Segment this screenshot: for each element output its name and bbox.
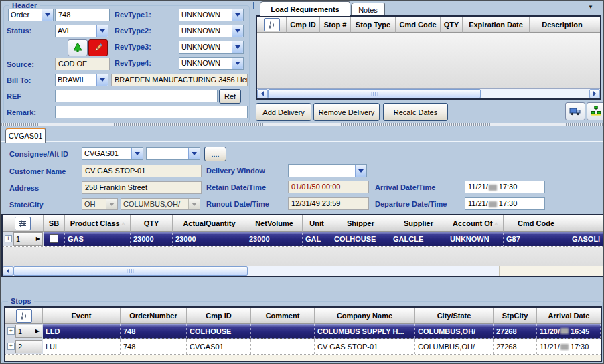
expand-row-icon[interactable]: + — [5, 235, 12, 242]
order-type-combo[interactable]: Order — [8, 9, 54, 21]
row-number-cell[interactable]: 2 — [15, 340, 42, 353]
scrollbar-track[interactable] — [481, 89, 589, 98]
sb-cell[interactable] — [44, 232, 65, 246]
products-hscrollbar[interactable] — [3, 266, 604, 276]
recalc-dates-button[interactable]: Recalc Dates — [383, 103, 448, 121]
load-requirements-hscrollbar[interactable] — [257, 88, 600, 98]
edit-order-button[interactable] — [88, 39, 108, 56]
tab-notes[interactable]: Notes — [351, 3, 385, 16]
column-header[interactable]: Account Of▵ — [447, 215, 504, 232]
scrollbar-track[interactable] — [248, 266, 499, 276]
order-number-input[interactable]: 748 — [55, 9, 110, 21]
column-header[interactable]: OrderNumber — [121, 308, 187, 324]
company-name-cell[interactable]: CV GAS STOP-01 — [315, 339, 415, 354]
tab-list-caret-icon[interactable]: ▼ — [588, 5, 593, 10]
scroll-left-icon[interactable] — [3, 266, 13, 276]
selected-product-row[interactable]: GAS 23000 23000 23000 GAL COLHOUSE GALCL… — [44, 232, 604, 246]
city-state-cell[interactable]: COLUMBUS,OH/ — [415, 339, 494, 354]
column-header[interactable]: QTY — [441, 17, 463, 33]
chevron-down-icon[interactable] — [355, 165, 366, 177]
vertical-splitter-grip[interactable] — [253, 2, 254, 9]
event-cell[interactable]: LLD — [43, 324, 121, 338]
event-cell[interactable]: LUL — [43, 339, 121, 354]
column-header[interactable]: Arrival Date — [537, 308, 601, 324]
bill-to-combo[interactable]: BRAWIL — [55, 74, 108, 86]
tree-action-button[interactable] — [68, 39, 88, 56]
chevron-down-icon[interactable] — [232, 41, 243, 53]
chevron-down-icon[interactable] — [96, 74, 108, 86]
column-header[interactable]: QTY — [131, 215, 173, 232]
row-header[interactable]: + 2 — [5, 339, 43, 354]
remark-input[interactable] — [55, 106, 248, 118]
chevron-down-icon[interactable] — [96, 25, 108, 37]
chevron-down-icon[interactable] — [232, 58, 243, 69]
actual-quantity-cell[interactable]: 23000 — [173, 232, 246, 246]
revtype3-combo[interactable]: UNKNOWN — [179, 41, 244, 54]
column-header[interactable]: Stop Type — [351, 17, 396, 33]
qty-cell[interactable]: 23000 — [131, 232, 173, 246]
column-header[interactable]: Stop # — [320, 17, 351, 33]
account-of-cell[interactable]: UNKNOWN — [447, 232, 504, 246]
arrival-date-cell[interactable]: 11/21/17:30 — [537, 339, 601, 354]
order-number-cell[interactable]: 748 — [121, 339, 187, 354]
city-state-cell[interactable]: COLUMBUS,OH/ — [415, 324, 494, 338]
shipper-cell[interactable]: COLHOUSE — [331, 232, 390, 246]
net-volume-cell[interactable]: 23000 — [246, 232, 303, 246]
column-header[interactable]: Cmd Code — [504, 215, 569, 232]
revtype1-combo[interactable]: UNKNOWN — [179, 9, 244, 21]
remove-delivery-button[interactable]: Remove Delivery — [313, 103, 380, 121]
checkbox[interactable] — [50, 234, 58, 243]
revtype4-combo[interactable]: UNKNOWN — [179, 57, 244, 70]
expand-row-icon[interactable]: + — [7, 343, 15, 350]
column-header[interactable]: Description — [530, 17, 595, 33]
selected-stop-row[interactable]: LLD 748 COLHOUSE COLUMBUS SUPPLY H... CO… — [43, 324, 601, 339]
column-header[interactable]: NetVolume — [246, 215, 303, 232]
stop-row-cells[interactable]: LUL 748 CVGAS01 CV GAS STOP-01 COLUMBUS,… — [43, 339, 601, 354]
consignee-lookup-button[interactable]: .... — [204, 147, 226, 161]
org-chart-button[interactable] — [587, 102, 604, 120]
column-header[interactable]: ActualQuantity — [173, 215, 246, 232]
stp-city-cell[interactable]: 27268 — [494, 324, 537, 338]
supplier-cell[interactable]: GALCLE — [390, 232, 447, 246]
departure-input[interactable]: 11/21/17:30 — [465, 197, 545, 210]
order-number-cell[interactable]: 748 — [121, 324, 187, 338]
comment-cell[interactable] — [251, 324, 315, 338]
column-header[interactable]: Product Class▵ — [65, 215, 131, 232]
column-header[interactable]: Comment — [251, 308, 315, 324]
alt-id-combo[interactable] — [146, 147, 200, 160]
scrollbar-thumb[interactable] — [13, 266, 248, 276]
arrival-date-cell[interactable]: 11/20/16:45 — [537, 324, 601, 338]
unit-cell[interactable]: GAL — [303, 232, 331, 246]
field-chooser-icon[interactable] — [16, 309, 32, 323]
row-header[interactable]: + 1 ▶ — [3, 232, 44, 246]
revtype2-combo[interactable]: UNKNOWN — [179, 25, 244, 37]
product-row[interactable]: + 1 ▶ GAS 23000 23000 23000 GAL COLHOUSE… — [3, 232, 604, 247]
chevron-down-icon[interactable] — [188, 148, 200, 159]
scrollbar-thumb[interactable] — [268, 89, 481, 98]
description-cell[interactable]: GASOLI — [569, 232, 604, 246]
field-chooser-icon[interactable] — [264, 18, 280, 31]
stop-row[interactable]: + 1 ▶ LLD 748 COLHOUSE COLUMBUS SUPPLY H… — [5, 324, 601, 339]
column-header[interactable]: Event — [43, 308, 121, 324]
row-number-cell[interactable]: 1 ▶ — [13, 232, 43, 246]
column-header[interactable]: Expiration Date — [463, 17, 530, 33]
column-header[interactable]: Shipper — [331, 215, 390, 232]
ref-input[interactable] — [55, 90, 218, 102]
ref-button[interactable]: Ref — [219, 89, 241, 104]
column-header[interactable]: Supplier — [390, 215, 447, 232]
cmp-id-cell[interactable]: CVGAS01 — [187, 339, 251, 354]
stop-row[interactable]: + 2 LUL 748 CVGAS01 CV GAS STOP-01 COLUM… — [5, 339, 601, 355]
status-combo[interactable]: AVL — [55, 25, 108, 37]
column-header[interactable]: SB — [44, 215, 65, 232]
chevron-down-icon[interactable] — [232, 9, 243, 21]
scroll-left-icon[interactable] — [257, 89, 268, 98]
expand-row-icon[interactable]: + — [7, 327, 15, 335]
field-chooser-icon[interactable] — [15, 217, 31, 230]
truck-view-button[interactable] — [565, 102, 585, 120]
chevron-down-icon[interactable] — [42, 9, 53, 21]
arrival-input[interactable]: 11/21/17:30 — [465, 181, 545, 193]
column-header[interactable]: City/State — [415, 308, 494, 324]
cmp-id-cell[interactable]: COLHOUSE — [187, 324, 251, 338]
tab-consignee-cvgas01[interactable]: CVGAS01 — [5, 128, 46, 143]
tab-load-requirements[interactable]: Load Requirements — [260, 1, 350, 16]
